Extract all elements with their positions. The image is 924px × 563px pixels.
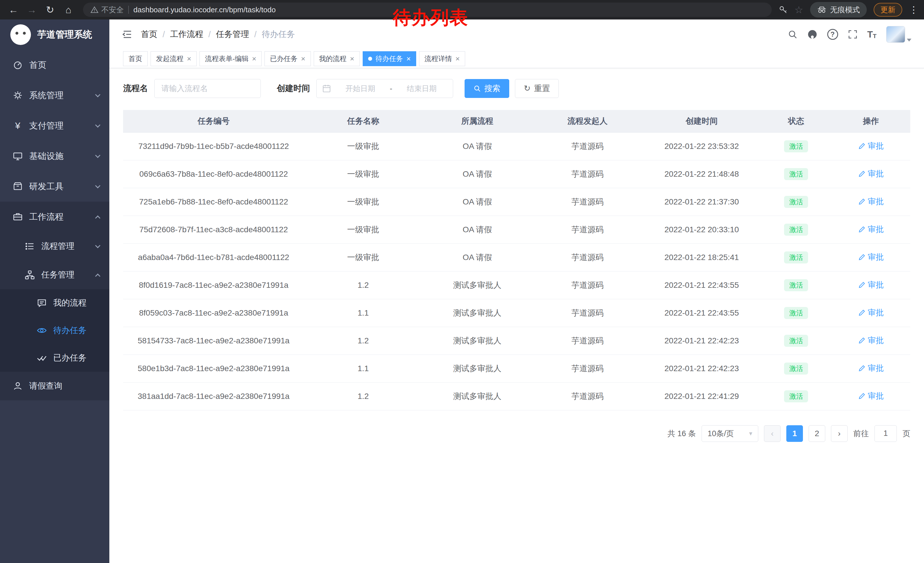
browser-menu-icon[interactable]: ⋮ xyxy=(909,4,918,15)
next-page-button[interactable]: › xyxy=(831,425,848,442)
status-badge: 激活 xyxy=(784,363,808,375)
breadcrumb-home[interactable]: 首页 xyxy=(141,29,158,40)
sidebar-item-infrastructure[interactable]: 基础设施 xyxy=(0,141,110,171)
approve-link[interactable]: 审批 xyxy=(858,224,884,235)
view-tab[interactable]: 流程详情 × xyxy=(419,51,465,66)
cell-status: 激活 xyxy=(761,271,832,299)
table-row: 73211d9d-7b9b-11ec-b5b7-acde48001122 一级审… xyxy=(123,132,910,160)
incognito-label: 无痕模式 xyxy=(830,5,860,15)
reset-refresh-icon: ↻ xyxy=(524,84,530,93)
cell-task-name: 一级审批 xyxy=(304,160,423,188)
table-row: 75d72608-7b7f-11ec-a3c8-acde48001122 一级审… xyxy=(123,216,910,243)
pencil-icon xyxy=(858,142,866,150)
browser-refresh-button[interactable]: ↻ xyxy=(42,2,58,18)
cell-process: OA 请假 xyxy=(422,160,532,188)
sidebar-item-home[interactable]: 首页 xyxy=(0,50,110,80)
sidebar-item-payment-management[interactable]: ¥ 支付管理 xyxy=(0,111,110,141)
approve-link[interactable]: 审批 xyxy=(858,307,884,318)
table-header-row: 任务编号 任务名称 所属流程 流程发起人 创建时间 状态 xyxy=(123,110,910,132)
approve-link[interactable]: 审批 xyxy=(858,335,884,346)
cell-process: 测试多审批人 xyxy=(422,382,532,410)
cell-created-time: 2022-01-21 22:42:23 xyxy=(643,327,761,354)
status-badge: 激活 xyxy=(784,307,808,319)
user-avatar[interactable] xyxy=(886,26,905,43)
view-tab[interactable]: 已办任务 × xyxy=(264,51,310,66)
sidebar-item-label: 系统管理 xyxy=(29,90,63,101)
github-icon[interactable] xyxy=(807,29,818,39)
tab-close-icon[interactable]: × xyxy=(301,55,305,62)
cell-status: 激活 xyxy=(761,299,832,327)
process-name-input[interactable] xyxy=(154,79,261,98)
cell-status: 激活 xyxy=(761,327,832,354)
sidebar-item-workflow[interactable]: 工作流程 xyxy=(0,201,110,232)
approve-link[interactable]: 审批 xyxy=(858,279,884,290)
table-row: 8f059c03-7ac8-11ec-a9e2-a2380e71991a 1.1… xyxy=(123,299,910,327)
page-url: dashboard.yudao.iocoder.cn/bpm/task/todo xyxy=(134,6,276,14)
view-tab[interactable]: 待办任务 × xyxy=(363,51,416,66)
search-icon[interactable] xyxy=(788,30,798,39)
sidebar-item-label: 请假查询 xyxy=(29,380,62,392)
tab-close-icon[interactable]: × xyxy=(252,55,256,62)
page-size-select[interactable]: 10条/页 ▾ xyxy=(702,425,758,442)
top-navbar: 首页 / 工作流程 / 任务管理 / 待办任务 ? TT xyxy=(110,20,924,49)
approve-link[interactable]: 审批 xyxy=(858,168,884,179)
sidebar-item-label: 首页 xyxy=(29,59,46,71)
sitemap-icon xyxy=(25,270,35,280)
approve-link[interactable]: 审批 xyxy=(858,252,884,263)
view-tab[interactable]: 首页 × xyxy=(123,51,148,66)
font-size-icon[interactable]: TT xyxy=(867,30,876,39)
sidebar-fold-icon[interactable] xyxy=(122,29,133,40)
avatar-caret-icon[interactable] xyxy=(907,39,911,42)
sidebar-item-task-management[interactable]: 任务管理 xyxy=(0,261,110,289)
tab-close-icon[interactable]: × xyxy=(350,55,354,62)
prev-page-button[interactable]: ‹ xyxy=(764,425,781,442)
fullscreen-icon[interactable] xyxy=(848,30,858,39)
search-button[interactable]: 搜索 xyxy=(465,79,509,98)
tab-close-icon[interactable]: × xyxy=(455,55,460,62)
breadcrumb-task-management[interactable]: 任务管理 xyxy=(216,29,249,40)
approve-link[interactable]: 审批 xyxy=(858,196,884,207)
page-content: 流程名 创建时间 开始日期 - 结束日期 搜索 ↻ 重置 xyxy=(110,68,924,563)
app-logo[interactable]: 芋道管理系统 xyxy=(0,20,110,50)
sidebar-item-process-management[interactable]: 流程管理 xyxy=(0,232,110,261)
reset-button[interactable]: ↻ 重置 xyxy=(515,79,559,98)
view-tab[interactable]: 发起流程 × xyxy=(151,51,196,66)
approve-link[interactable]: 审批 xyxy=(858,390,884,401)
sidebar-item-my-process[interactable]: 我的流程 xyxy=(0,289,110,317)
goto-page-input[interactable] xyxy=(874,425,897,442)
browser-forward-button[interactable]: → xyxy=(24,2,39,18)
table-row: 8f0d1619-7ac8-11ec-a9e2-a2380e71991a 1.2… xyxy=(123,271,910,299)
tab-close-icon[interactable]: × xyxy=(187,55,191,62)
pencil-icon xyxy=(858,198,866,205)
sidebar-item-system-management[interactable]: 系统管理 xyxy=(0,80,110,111)
browser-back-button[interactable]: ← xyxy=(6,2,21,18)
page-number-button[interactable]: 2 xyxy=(808,425,825,442)
status-badge: 激活 xyxy=(784,390,808,402)
cell-task-name: 1.2 xyxy=(304,327,423,354)
approve-link[interactable]: 审批 xyxy=(858,141,884,152)
view-tab[interactable]: 我的流程 × xyxy=(314,51,360,66)
date-range-picker[interactable]: 开始日期 - 结束日期 xyxy=(316,79,453,98)
security-warning[interactable]: 不安全 xyxy=(90,5,124,15)
cell-action: 审批 xyxy=(831,188,910,216)
cell-initiator: 芋道源码 xyxy=(532,354,643,382)
sidebar-item-leave-query[interactable]: 请假查询 xyxy=(0,372,110,400)
breadcrumb-workflow[interactable]: 工作流程 xyxy=(170,29,203,40)
sidebar-item-done-tasks[interactable]: 已办任务 xyxy=(0,344,110,372)
pagination-total: 共 16 条 xyxy=(668,428,696,439)
chevron-up-icon xyxy=(95,215,100,221)
browser-update-button[interactable]: 更新 xyxy=(874,3,902,17)
approve-link[interactable]: 审批 xyxy=(858,363,884,374)
password-key-icon[interactable] xyxy=(778,5,788,14)
app-frame: 芋道管理系统 首页 系统管理 ¥ 支付管理 基础设施 xyxy=(0,20,924,563)
bookmark-star-icon[interactable]: ☆ xyxy=(795,4,803,15)
page-number-button[interactable]: 1 xyxy=(786,425,803,442)
sidebar-item-todo-tasks[interactable]: 待办任务 xyxy=(0,317,110,344)
incognito-icon xyxy=(817,6,826,14)
browser-home-button[interactable]: ⌂ xyxy=(61,2,76,18)
cell-task-id: 069c6a63-7b8a-11ec-8ef0-acde48001122 xyxy=(123,160,304,188)
help-icon[interactable]: ? xyxy=(827,29,838,40)
sidebar-item-dev-tools[interactable]: 研发工具 xyxy=(0,171,110,201)
view-tab[interactable]: 流程表单-编辑 × xyxy=(200,51,262,66)
tab-close-icon[interactable]: × xyxy=(406,55,411,62)
